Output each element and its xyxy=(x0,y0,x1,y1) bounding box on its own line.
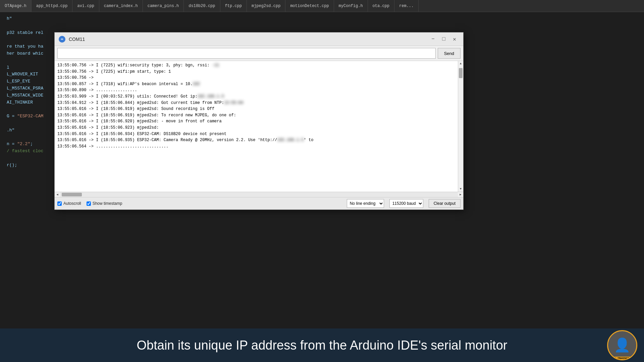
scroll-up-arrow[interactable]: ▲ xyxy=(458,61,464,66)
line-ending-select[interactable]: No line ending Newline Carriage return B… xyxy=(347,199,384,208)
vertical-scrollbar[interactable]: ▲ ▼ xyxy=(458,61,463,192)
send-button[interactable]: Send xyxy=(438,48,461,59)
tab-otapage[interactable]: OTApage.h xyxy=(0,0,32,12)
show-timestamp-label[interactable]: Show timestamp xyxy=(87,201,122,206)
avatar-ring: 👤 MAX IMAGINATION xyxy=(607,330,637,360)
output-line-11: 13:55:05.016 -> I (18:55:06.934) ESP32-C… xyxy=(57,131,455,137)
dialog-titlebar: ∞ COM11 − □ ✕ xyxy=(55,33,463,46)
avatar-icon: 👤 xyxy=(614,337,631,354)
serial-monitor-dialog: ∞ COM11 − □ ✕ Send 13:55:00.756 -> I (72… xyxy=(54,32,464,210)
tab-app-httpd[interactable]: app_httpd.cpp xyxy=(32,0,73,12)
output-line-9: 13:55:05.016 -> I (18:55:06.920) mjped2s… xyxy=(57,118,455,125)
scroll-left-arrow[interactable]: ◀ xyxy=(55,192,60,197)
autoscroll-checkbox[interactable] xyxy=(57,201,62,206)
tab-avi[interactable]: avi.cpp xyxy=(72,0,99,12)
minimize-button[interactable]: − xyxy=(428,35,438,44)
tab-camera-pins[interactable]: camera_pins.h xyxy=(143,0,184,12)
bottom-banner: Obtain its unique IP address from the Ar… xyxy=(0,328,644,362)
scroll-thumb[interactable] xyxy=(459,68,463,78)
horizontal-scroll-track xyxy=(60,192,458,197)
serial-input[interactable] xyxy=(57,48,436,59)
avatar-container: 👤 MAX IMAGINATION xyxy=(607,330,637,360)
output-line-2: 13:55:00.756 -> xyxy=(57,75,455,81)
show-timestamp-checkbox[interactable] xyxy=(87,201,91,206)
scroll-right-arrow[interactable]: ▶ xyxy=(458,192,463,197)
avatar-label: MAX IMAGINATION xyxy=(610,357,634,360)
tab-ota[interactable]: ota.cpp xyxy=(368,0,394,12)
tab-myconfig[interactable]: myConfig.h xyxy=(334,0,368,12)
tab-bar: OTApage.h app_httpd.cpp avi.cpp camera_i… xyxy=(0,0,644,12)
output-line-0: 13:55:00.756 -> I (7225) wifi:security t… xyxy=(57,62,455,69)
output-line-6: 13:55:04.912 -> I (18:55:06.844) mjped2s… xyxy=(57,100,455,106)
output-line-4: 13:55:00.890 -> ................. xyxy=(57,87,455,94)
output-line-12: 13:55:05.016 -> I (18:55:06.935) ESP32-C… xyxy=(57,137,455,143)
code-line-0: h" xyxy=(7,15,637,22)
tab-motiondetect[interactable]: motionDetect.cpp xyxy=(285,0,334,12)
output-scroll[interactable]: 13:55:00.756 -> I (7225) wifi:security t… xyxy=(55,61,458,192)
banner-text: Obtain its unique IP address from the Ar… xyxy=(137,338,507,353)
tab-mjpeg2sd[interactable]: mjpeg2sd.cpp xyxy=(247,0,285,12)
tab-ds18b20[interactable]: ds18b20.cpp xyxy=(184,0,220,12)
tab-rem[interactable]: rem... xyxy=(394,0,419,12)
tab-camera-index[interactable]: camera_index.h xyxy=(99,0,143,12)
serial-input-row: Send xyxy=(55,46,463,61)
dialog-title: COM11 xyxy=(69,37,427,42)
output-line-8: 13:55:05.016 -> I (18:55:06.919) mjped2s… xyxy=(57,112,455,119)
horizontal-scroll-thumb[interactable] xyxy=(62,193,82,196)
output-area: 13:55:00.756 -> I (7225) wifi:security t… xyxy=(55,61,463,192)
tab-ftp[interactable]: ftp.cpp xyxy=(220,0,247,12)
baud-rate-select[interactable]: 300 baud 1200 baud 2400 baud 4800 baud 9… xyxy=(389,199,423,208)
close-button[interactable]: ✕ xyxy=(450,35,459,44)
output-line-1: 13:55:00.756 -> I (7225) wifi:pm start, … xyxy=(57,69,455,75)
scroll-down-arrow[interactable]: ▼ xyxy=(458,186,464,192)
output-line-3: 13:55:00.857 -> I (7318) wifi:AP's beaco… xyxy=(57,81,455,87)
horizontal-scrollbar[interactable]: ◀ ▶ xyxy=(55,192,463,197)
clear-output-button[interactable]: Clear output xyxy=(429,199,461,208)
scroll-track xyxy=(458,66,463,186)
output-line-10: 13:55:05.016 -> I (18:55:06.923) mjped2s… xyxy=(57,125,455,131)
code-line-1 xyxy=(7,22,637,29)
dialog-bottom-controls: Autoscroll Show timestamp No line ending… xyxy=(55,197,463,209)
maximize-button[interactable]: □ xyxy=(439,35,448,44)
output-line-5: 13:55:03.909 -> I (00:03:52.979) utils: … xyxy=(57,94,455,100)
serial-monitor-icon: ∞ xyxy=(59,36,65,43)
output-line-13: 13:55:06.564 -> ........................… xyxy=(57,143,455,150)
autoscroll-label[interactable]: Autoscroll xyxy=(57,201,81,206)
output-line-7: 13:55:05.016 -> I (18:55:06.919) mjped2s… xyxy=(57,106,455,112)
